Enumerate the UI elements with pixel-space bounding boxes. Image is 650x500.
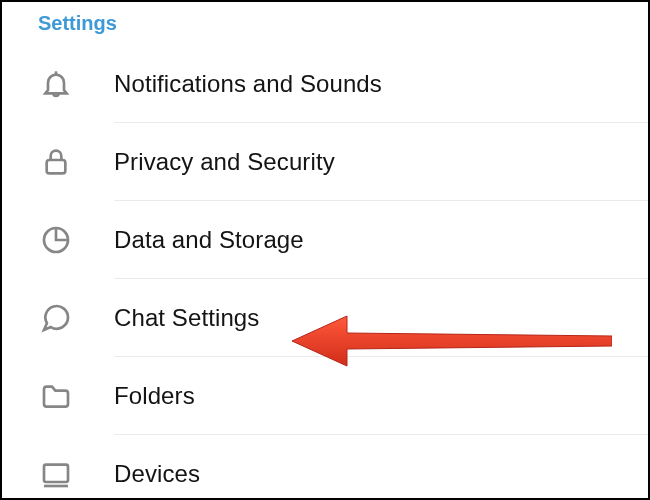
row-folders[interactable]: Folders (2, 357, 648, 435)
section-title: Settings (2, 8, 648, 45)
folder-icon (38, 378, 74, 414)
device-icon (38, 456, 74, 492)
settings-panel: Settings Notifications and Sounds Privac… (2, 2, 648, 500)
row-label: Privacy and Security (114, 148, 335, 176)
lock-icon (38, 144, 74, 180)
row-notifications[interactable]: Notifications and Sounds (2, 45, 648, 123)
row-privacy[interactable]: Privacy and Security (2, 123, 648, 201)
row-data-storage[interactable]: Data and Storage (2, 201, 648, 279)
settings-list: Notifications and Sounds Privacy and Sec… (2, 45, 648, 500)
svg-rect-3 (44, 465, 68, 482)
chat-icon (38, 300, 74, 336)
row-label: Data and Storage (114, 226, 304, 254)
svg-rect-1 (47, 160, 66, 173)
bell-icon (38, 66, 74, 102)
row-devices[interactable]: Devices (2, 435, 648, 500)
row-label: Folders (114, 382, 195, 410)
row-label: Chat Settings (114, 304, 259, 332)
row-chat-settings[interactable]: Chat Settings (2, 279, 648, 357)
row-label: Devices (114, 460, 200, 488)
row-label: Notifications and Sounds (114, 70, 382, 98)
chart-icon (38, 222, 74, 258)
